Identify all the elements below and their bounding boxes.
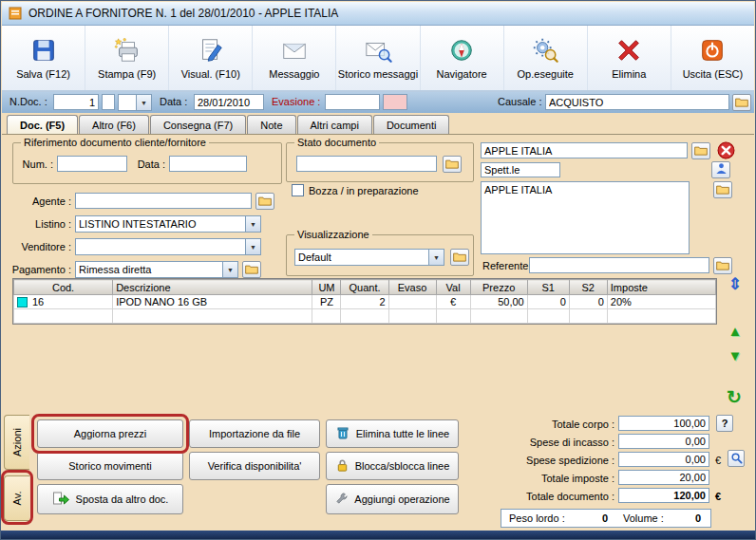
delete-button[interactable]: Elimina: [588, 26, 671, 90]
operations-button[interactable]: Op.eseguite: [504, 26, 588, 90]
preview-label: Visual. (F10): [181, 68, 240, 80]
tab-altri-campi[interactable]: Altri campi: [297, 115, 372, 135]
stato-input[interactable]: [296, 156, 437, 172]
tab-doc[interactable]: Doc. (F5): [7, 115, 78, 135]
elimina-linee-button[interactable]: Elimina tutte le linee: [326, 419, 459, 448]
verifica-disponibilita-button[interactable]: Verifica disponibilita': [189, 452, 320, 480]
cell-val[interactable]: €: [436, 295, 470, 309]
visualizzazione-lookup-button[interactable]: [450, 249, 469, 266]
tab-azioni[interactable]: Azioni: [4, 415, 29, 470]
num-input[interactable]: [57, 156, 127, 172]
pagamento-combobox[interactable]: Rimessa diretta ▼: [75, 261, 238, 278]
importazione-file-button[interactable]: Importazione da file: [189, 419, 320, 448]
listino-combobox[interactable]: LISTINO INTESTATARIO ▼: [75, 215, 261, 233]
cell-s2[interactable]: 0: [569, 295, 607, 309]
totale-imposte-field[interactable]: [618, 470, 709, 485]
chevron-down-icon[interactable]: ▼: [222, 262, 237, 277]
data-label: Data :: [160, 96, 187, 107]
aggiungi-operazione-button[interactable]: Aggiungi operazione: [326, 484, 459, 514]
cell-empty[interactable]: [569, 309, 607, 324]
referente-input[interactable]: [529, 257, 709, 273]
bozza-checkbox[interactable]: [292, 184, 304, 196]
visualizzazione-combobox[interactable]: Default ▼: [294, 249, 444, 266]
document-info-bar: N.Doc. : ▼ Data : Evasione : Causale :: [2, 92, 754, 113]
cell-evaso[interactable]: [388, 295, 436, 309]
ndoc-extra-input[interactable]: [102, 94, 115, 110]
message-button[interactable]: Messaggio: [253, 26, 336, 90]
evasione-input[interactable]: [325, 94, 380, 110]
causale-input[interactable]: [545, 94, 729, 110]
agente-label: Agente :: [12, 196, 71, 207]
cell-imposte[interactable]: 20%: [607, 295, 715, 309]
folder-icon: [716, 183, 729, 197]
chevron-down-icon[interactable]: ▼: [245, 216, 260, 232]
agente-lookup-button[interactable]: [255, 193, 274, 210]
tab-altro[interactable]: Altro (F6): [79, 115, 149, 135]
listino-value: LISTINO INTESTATARIO: [76, 218, 245, 230]
exit-button[interactable]: Uscita (ESC): [671, 26, 754, 90]
chevron-down-icon[interactable]: ▼: [428, 250, 444, 265]
row-down-icon[interactable]: ▼: [725, 348, 746, 363]
cell-empty[interactable]: [113, 309, 312, 324]
tab-note[interactable]: Note: [247, 115, 295, 135]
chevron-down-icon[interactable]: ▼: [136, 95, 151, 110]
cell-empty[interactable]: [470, 309, 527, 324]
venditore-combobox[interactable]: ▼: [75, 238, 261, 255]
sposta-doc-button[interactable]: Sposta da altro doc.: [37, 484, 183, 514]
navigator-button[interactable]: Navigatore: [421, 26, 504, 90]
referente-lookup-button[interactable]: [713, 257, 732, 274]
cell-quant[interactable]: 2: [341, 295, 388, 309]
serie-combobox[interactable]: ▼: [118, 94, 152, 111]
cell-um[interactable]: PZ: [312, 295, 341, 309]
rif-data-input[interactable]: [169, 156, 247, 172]
chevron-down-icon[interactable]: ▼: [245, 239, 260, 254]
pagamento-lookup-button[interactable]: [242, 261, 261, 278]
cell-empty[interactable]: [388, 309, 436, 324]
cell-empty[interactable]: [312, 309, 341, 324]
agente-input[interactable]: [75, 193, 252, 209]
help-button[interactable]: ?: [716, 415, 733, 432]
cell-descrizione[interactable]: IPOD NANO 16 GB: [113, 295, 312, 309]
totale-documento-field[interactable]: [618, 488, 709, 503]
tab-avanzate[interactable]: Av.: [4, 475, 29, 521]
grid-row-1[interactable]: 16 IPOD NANO 16 GB PZ 2 € 50,00 0 0 20%: [14, 295, 716, 309]
cell-empty[interactable]: [607, 309, 715, 324]
evasione-flag-input[interactable]: [383, 94, 407, 110]
storico-movimenti-button[interactable]: Storico movimenti: [37, 452, 183, 480]
contact-button[interactable]: [711, 161, 730, 178]
cell-empty[interactable]: [14, 309, 113, 324]
tab-consegna[interactable]: Consegna (F7): [150, 115, 246, 135]
currency-lookup-button[interactable]: [728, 450, 745, 467]
move-rows-icon[interactable]: ⇕: [725, 276, 746, 292]
cell-prezzo[interactable]: 50,00: [470, 295, 527, 309]
cell-s1[interactable]: 0: [527, 295, 569, 309]
tab-documenti[interactable]: Documenti: [373, 115, 450, 135]
intestatario-input[interactable]: [481, 142, 688, 158]
row-up-icon[interactable]: ▲: [725, 324, 746, 338]
ndoc-input[interactable]: [53, 94, 99, 110]
intestatario-lookup-button[interactable]: [691, 142, 710, 159]
causale-lookup-button[interactable]: [732, 94, 751, 111]
stato-lookup-button[interactable]: [443, 156, 462, 173]
print-button[interactable]: Stampa (F9): [85, 26, 169, 90]
data-input[interactable]: [194, 94, 264, 110]
refresh-icon[interactable]: ↻: [723, 388, 746, 406]
cell-empty[interactable]: [436, 309, 470, 324]
stato-documento-groupbox: Stato documento: [286, 142, 474, 182]
clear-intestatario-button[interactable]: [716, 141, 735, 160]
cell-cod[interactable]: 16: [14, 295, 113, 309]
save-button[interactable]: Salva (F12): [2, 26, 85, 90]
message-history-button[interactable]: Storico messaggi: [336, 26, 420, 90]
spese-spedizione-field[interactable]: [618, 452, 709, 467]
spese-incasso-field[interactable]: [618, 434, 709, 449]
indirizzo-lookup-button[interactable]: [713, 181, 732, 198]
cell-empty[interactable]: [341, 309, 388, 324]
cell-empty[interactable]: [527, 309, 569, 324]
totale-corpo-field[interactable]: [618, 416, 709, 431]
aggiorna-prezzi-button[interactable]: Aggiorna prezzi: [37, 419, 183, 448]
grid-row-empty[interactable]: [14, 309, 716, 324]
preview-button[interactable]: Visual. (F10): [169, 26, 253, 90]
indirizzo-textarea[interactable]: APPLE ITALIA: [481, 181, 690, 254]
spettle-input[interactable]: [481, 162, 560, 177]
blocca-linee-button[interactable]: Blocca/sblocca linee: [326, 452, 459, 480]
